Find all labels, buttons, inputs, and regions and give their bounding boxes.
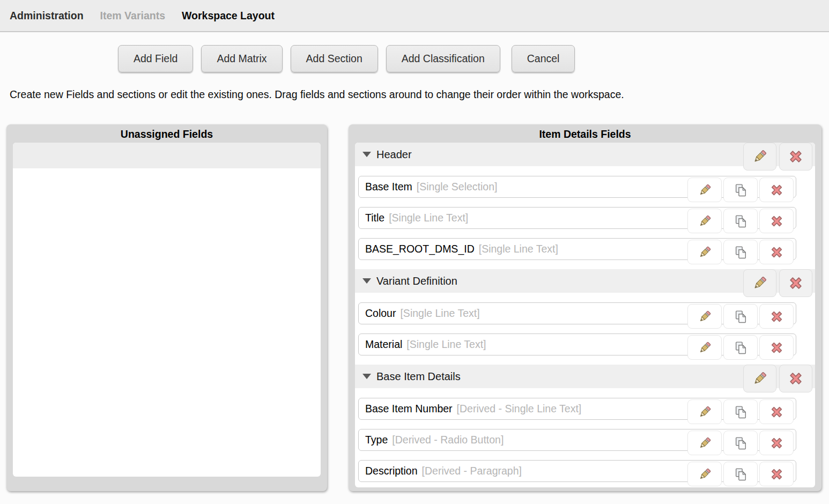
edit-field-button[interactable]: [687, 431, 722, 455]
pencil-icon: [698, 245, 712, 260]
edit-field-button[interactable]: [687, 462, 722, 486]
item-details-title: Item Details Fields: [355, 124, 815, 143]
copy-field-button[interactable]: [723, 240, 758, 264]
field-type: [Single Line Text]: [400, 307, 479, 320]
topbar: Administration Item Variants Workspace L…: [0, 0, 829, 32]
copy-field-button[interactable]: [723, 462, 758, 486]
pencil-icon: [698, 309, 712, 324]
edit-field-button[interactable]: [687, 335, 722, 360]
add-field-button[interactable]: Add Field: [118, 45, 193, 72]
triangle-down-icon[interactable]: [362, 374, 371, 379]
section-actions: [743, 269, 812, 297]
edit-section-button[interactable]: [743, 143, 776, 171]
panels-area: Unassigned Fields Item Details Fields He…: [0, 124, 829, 491]
pencil-icon: [698, 467, 712, 481]
field-actions: [687, 462, 794, 486]
field-row-material[interactable]: Material [Single Line Text]: [358, 333, 796, 355]
field-label: BASE_ROOT_DMS_ID: [365, 243, 475, 255]
edit-field-button[interactable]: [687, 177, 722, 202]
section-title: Variant Definition: [376, 275, 457, 287]
section-rows: Base Item Number [Derived - Single Line …: [355, 388, 815, 487]
field-row-colour[interactable]: Colour [Single Line Text]: [358, 302, 796, 324]
field-actions: [687, 240, 794, 264]
delete-field-button[interactable]: [759, 462, 794, 486]
section-actions: [743, 365, 812, 392]
delete-field-button[interactable]: [759, 335, 794, 360]
delete-field-button[interactable]: [759, 431, 794, 455]
copy-icon: [734, 467, 748, 481]
nav-administration[interactable]: Administration: [10, 10, 84, 22]
copy-icon: [734, 340, 748, 355]
field-type: [Single Line Text]: [406, 338, 486, 351]
edit-field-button[interactable]: [687, 240, 722, 264]
delete-field-button[interactable]: [759, 177, 794, 202]
add-matrix-button[interactable]: Add Matrix: [201, 45, 282, 72]
toolbar: Add Field Add Matrix Add Section Add Cla…: [0, 32, 829, 72]
field-label: Type: [365, 434, 388, 446]
section-bar-variant-definition[interactable]: Variant Definition: [355, 269, 815, 293]
copy-icon: [734, 309, 748, 324]
triangle-down-icon[interactable]: [362, 278, 371, 284]
field-actions: [687, 399, 794, 424]
x-icon: [769, 340, 784, 355]
field-row-base-item[interactable]: Base Item [Single Selection]: [358, 176, 796, 198]
item-details-body: Header Base Item [Single Selection]: [355, 143, 815, 487]
edit-field-button[interactable]: [687, 304, 722, 329]
field-row-base-item-number[interactable]: Base Item Number [Derived - Single Line …: [358, 398, 796, 420]
edit-section-button[interactable]: [743, 365, 776, 392]
field-actions: [687, 177, 794, 202]
field-type: [Single Selection]: [417, 181, 498, 193]
add-classification-button[interactable]: Add Classification: [386, 45, 500, 72]
section-rows: Base Item [Single Selection] Title [Sing…: [355, 166, 815, 269]
unassigned-fields-droparea[interactable]: [13, 143, 321, 477]
field-row-type[interactable]: Type [Derived - Radio Button]: [358, 429, 796, 451]
delete-field-button[interactable]: [759, 304, 794, 329]
copy-field-button[interactable]: [723, 335, 758, 360]
pencil-icon: [698, 214, 712, 228]
x-icon: [769, 467, 784, 481]
copy-field-button[interactable]: [723, 209, 758, 233]
edit-field-button[interactable]: [687, 399, 722, 424]
field-label: Base Item Number: [365, 403, 453, 415]
field-actions: [687, 304, 794, 329]
delete-field-button[interactable]: [759, 240, 794, 264]
copy-field-button[interactable]: [723, 431, 758, 455]
copy-field-button[interactable]: [723, 399, 758, 424]
pencil-icon: [752, 149, 768, 165]
triangle-down-icon[interactable]: [362, 152, 371, 157]
copy-field-button[interactable]: [723, 304, 758, 329]
delete-section-button[interactable]: [779, 365, 812, 392]
add-section-button[interactable]: Add Section: [291, 45, 378, 72]
pencil-icon: [698, 340, 712, 355]
field-row-description[interactable]: Description [Derived - Paragraph]: [358, 460, 796, 482]
delete-field-button[interactable]: [759, 209, 794, 233]
pencil-icon: [698, 436, 712, 450]
section-title: Header: [376, 149, 412, 161]
x-icon: [769, 183, 784, 197]
section-bar-header[interactable]: Header: [355, 143, 815, 166]
field-type: [Single Line Text]: [479, 243, 558, 255]
field-type: [Single Line Text]: [389, 212, 468, 224]
edit-section-button[interactable]: [743, 269, 776, 297]
copy-icon: [734, 214, 748, 228]
workspace-layout-page: Administration Item Variants Workspace L…: [0, 0, 829, 504]
cancel-button[interactable]: Cancel: [512, 45, 575, 72]
section-bar-base-item-details[interactable]: Base Item Details: [355, 365, 815, 388]
field-type: [Derived - Radio Button]: [392, 434, 504, 446]
field-row-title[interactable]: Title [Single Line Text]: [358, 207, 796, 229]
delete-section-button[interactable]: [779, 143, 812, 171]
field-row-base-root-dms-id[interactable]: BASE_ROOT_DMS_ID [Single Line Text]: [358, 238, 796, 260]
section-base-item-details-group: Base Item Details Base Item Number [Deri…: [355, 365, 815, 487]
section-rows: Colour [Single Line Text] Material [Sing…: [355, 293, 815, 365]
pencil-icon: [752, 370, 768, 387]
section-header-group: Header Base Item [Single Selection]: [355, 143, 815, 269]
copy-icon: [734, 436, 748, 450]
delete-field-button[interactable]: [759, 399, 794, 424]
copy-field-button[interactable]: [723, 177, 758, 202]
delete-section-button[interactable]: [779, 269, 812, 297]
field-actions: [687, 431, 794, 455]
x-icon: [788, 149, 804, 165]
unassigned-fields-title: Unassigned Fields: [13, 124, 321, 143]
edit-field-button[interactable]: [687, 209, 722, 233]
x-icon: [769, 245, 784, 260]
